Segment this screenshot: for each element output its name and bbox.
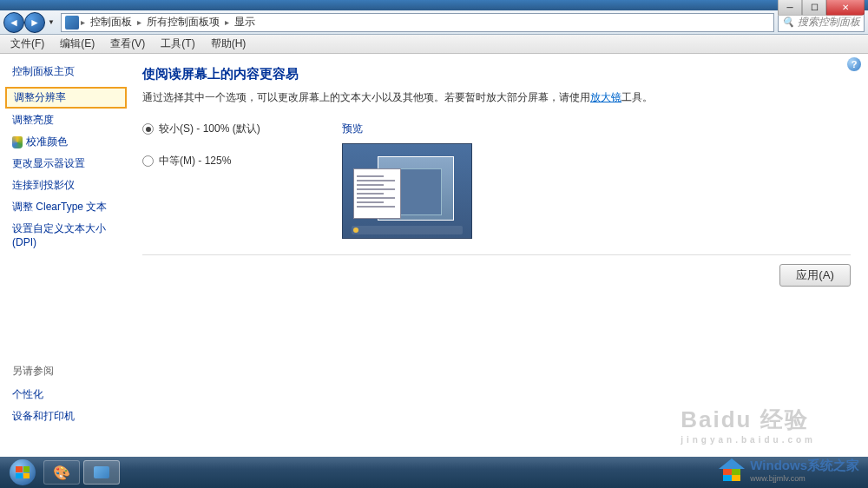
window-minimize-button[interactable]: ─: [778, 0, 802, 16]
sidebar-link-brightness[interactable]: 调整亮度: [3, 109, 128, 131]
radio-icon: [142, 123, 154, 135]
see-also-title: 另请参阅: [12, 364, 123, 384]
radio-label: 较小(S) - 100% (默认): [159, 122, 260, 136]
content-pane: ? 使阅读屏幕上的内容更容易 通过选择其中一个选项，可以更改屏幕上的文本大小以及…: [132, 54, 868, 472]
taskbar-app-control-panel[interactable]: [83, 460, 120, 485]
breadcrumb-bar[interactable]: ▸ 控制面板 ▸ 所有控制面板项 ▸ 显示: [61, 13, 774, 32]
nav-back-button[interactable]: ◄: [3, 12, 24, 33]
taskbar: 🎨: [0, 457, 868, 488]
preview-label: 预览: [342, 122, 472, 136]
nav-forward-button[interactable]: ►: [24, 12, 45, 33]
menu-edit[interactable]: 编辑(E): [53, 35, 102, 53]
window-close-button[interactable]: ✕: [826, 0, 865, 16]
search-icon: 🔍: [782, 16, 794, 28]
sidebar-link-custom-dpi[interactable]: 设置自定义文本大小(DPI): [3, 218, 128, 252]
magnifier-link[interactable]: 放大镜: [590, 91, 621, 103]
windows-logo-icon: [16, 466, 30, 478]
taskbar-app-paint[interactable]: 🎨: [43, 460, 80, 485]
page-title: 使阅读屏幕上的内容更容易: [142, 66, 851, 82]
start-button[interactable]: [5, 458, 40, 486]
address-bar: ◄ ► ▼ ▸ 控制面板 ▸ 所有控制面板项 ▸ 显示 🔍 搜索控制面板: [0, 10, 868, 35]
sidebar: 控制面板主页 调整分辨率 调整亮度 校准颜色 更改显示器设置 连接到投影仪 调整…: [0, 54, 132, 472]
page-description: 通过选择其中一个选项，可以更改屏幕上的文本大小以及其他项。若要暂时放大部分屏幕，…: [142, 89, 851, 106]
sidebar-link-projector[interactable]: 连接到投影仪: [3, 175, 128, 196]
menu-help[interactable]: 帮助(H): [204, 35, 253, 53]
see-also-devices[interactable]: 设备和打印机: [12, 406, 123, 427]
sidebar-link-calibrate[interactable]: 校准颜色: [3, 131, 128, 153]
sidebar-link-resolution[interactable]: 调整分辨率: [5, 87, 127, 109]
menu-view[interactable]: 查看(V): [103, 35, 152, 53]
window-maximize-button[interactable]: ☐: [802, 0, 826, 16]
help-icon[interactable]: ?: [847, 57, 861, 71]
sidebar-title[interactable]: 控制面板主页: [3, 63, 128, 86]
apply-button[interactable]: 应用(A): [779, 264, 851, 287]
chevron-right-icon: ▸: [81, 17, 85, 27]
see-also-personalize[interactable]: 个性化: [12, 384, 123, 406]
radio-label: 中等(M) - 125%: [159, 154, 231, 168]
control-panel-icon: [94, 466, 109, 478]
menu-bar: 文件(F) 编辑(E) 查看(V) 工具(T) 帮助(H): [0, 35, 868, 54]
radio-option-small[interactable]: 较小(S) - 100% (默认): [142, 122, 307, 136]
sidebar-link-cleartype[interactable]: 调整 ClearType 文本: [3, 196, 128, 218]
radio-option-medium[interactable]: 中等(M) - 125%: [142, 154, 307, 168]
radio-icon: [142, 155, 154, 167]
menu-file[interactable]: 文件(F): [3, 35, 51, 53]
paint-icon: 🎨: [53, 465, 70, 481]
breadcrumb-item[interactable]: 所有控制面板项: [143, 15, 223, 30]
chevron-right-icon: ▸: [225, 17, 229, 27]
shield-icon: [12, 136, 23, 148]
breadcrumb-item[interactable]: 显示: [231, 15, 259, 30]
control-panel-icon: [65, 16, 79, 30]
see-also-section: 另请参阅 个性化 设备和打印机: [3, 355, 132, 436]
nav-history-dropdown[interactable]: ▼: [45, 12, 57, 33]
breadcrumb-item[interactable]: 控制面板: [87, 15, 135, 30]
sidebar-link-display-settings[interactable]: 更改显示器设置: [3, 153, 128, 175]
search-placeholder: 搜索控制面板: [798, 15, 860, 30]
preview-image: [342, 143, 472, 239]
chevron-right-icon: ▸: [137, 17, 141, 27]
sidebar-link-label: 校准颜色: [26, 135, 68, 149]
menu-tools[interactable]: 工具(T): [154, 35, 201, 53]
